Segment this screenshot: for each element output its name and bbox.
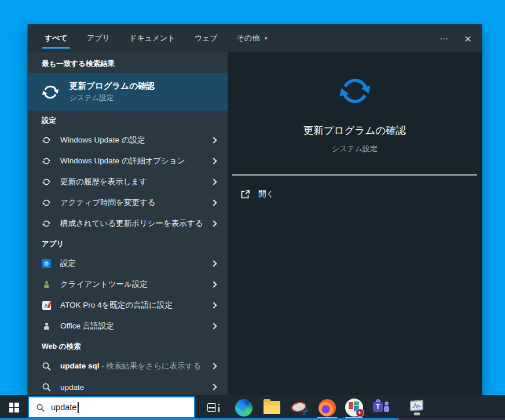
result-label: 設定 — [60, 258, 76, 269]
best-match-header: 最も一致する検索結果 — [28, 52, 228, 73]
result-label: 構成されている更新ポリシーを表示する — [60, 218, 203, 229]
preview-title: 更新プログラムの確認 — [303, 123, 406, 137]
result-windows-update-advanced[interactable]: Windows Update の詳細オプション — [28, 151, 228, 171]
tab-more[interactable]: その他 ▼ — [236, 24, 270, 52]
tab-documents[interactable]: ドキュメント — [128, 24, 177, 52]
firefox-taskbar-button[interactable] — [313, 395, 341, 420]
chevron-right-icon[interactable] — [210, 260, 217, 266]
section-header-settings: 設定 — [28, 111, 228, 130]
teams-icon: T — [372, 400, 389, 416]
text-cursor — [78, 402, 79, 413]
result-label: ATOK Pro 4を既定の言語に設定 — [60, 300, 173, 311]
chevron-right-icon[interactable] — [210, 281, 217, 287]
start-button[interactable] — [0, 395, 28, 420]
more-options-button[interactable]: ⋯ — [440, 34, 449, 43]
performance-monitor-icon — [408, 400, 425, 415]
search-results-window: すべて アプリ ドキュメント ウェブ その他 ▼ ⋯ × — [28, 24, 482, 395]
taskbar-icons: ✂ + T — [195, 395, 430, 420]
result-label: update — [60, 383, 84, 392]
snipping-tool-icon: ✂ — [291, 400, 308, 415]
open-action[interactable]: 開く — [240, 185, 482, 203]
badged-app-taskbar-button[interactable]: + — [341, 395, 367, 420]
result-label: クライアントツール設定 — [60, 279, 148, 290]
sync-icon — [42, 198, 51, 207]
preview-separator — [232, 174, 477, 176]
search-panels: 最も一致する検索結果 更新プログラムの確認 システム設定 設定 Windows … — [28, 52, 482, 395]
result-label: Windows Update の設定 — [60, 135, 145, 145]
chevron-down-icon: ▼ — [264, 36, 268, 41]
search-icon — [42, 361, 51, 371]
teams-taskbar-button[interactable]: T — [367, 395, 394, 420]
result-label: Windows Update の詳細オプション — [60, 156, 185, 166]
atok-icon: あ — [42, 301, 51, 310]
snipping-tool-taskbar-button[interactable]: ✂ — [286, 395, 313, 420]
edge-taskbar-button[interactable] — [230, 395, 258, 420]
result-web-update-sql[interactable]: update sql - 検索結果をさらに表示する — [28, 356, 228, 377]
best-match-subtitle: システム設定 — [69, 93, 155, 103]
result-app-client-tools[interactable]: クライアントツール設定 — [28, 274, 228, 295]
office-icon — [42, 322, 51, 331]
result-app-atok[interactable]: あ ATOK Pro 4を既定の言語に設定 — [28, 295, 228, 316]
tab-list: すべて アプリ ドキュメント ウェブ その他 ▼ — [43, 24, 269, 52]
chevron-right-icon[interactable] — [210, 178, 217, 185]
header-actions: ⋯ × — [440, 32, 471, 45]
best-match-text: 更新プログラムの確認 システム設定 — [69, 81, 155, 103]
file-explorer-taskbar-button[interactable] — [258, 395, 286, 420]
section-header-web: Web の検索 — [28, 337, 228, 356]
tab-documents-label: ドキュメント — [129, 33, 175, 43]
tab-web[interactable]: ウェブ — [193, 24, 219, 52]
chevron-right-icon[interactable] — [210, 137, 217, 143]
result-active-hours[interactable]: アクティブ時間を変更する — [28, 192, 228, 213]
running-indicator — [317, 417, 337, 419]
sync-icon — [336, 72, 374, 109]
client-tools-icon — [42, 280, 51, 289]
chevron-right-icon[interactable] — [210, 384, 217, 390]
result-windows-update-settings[interactable]: Windows Update の設定 — [28, 130, 228, 151]
result-label: 更新の履歴を表示します — [60, 177, 147, 187]
settings-gear-icon: ⚙ — [42, 259, 51, 268]
tab-all[interactable]: すべて — [43, 24, 69, 52]
best-match-title: 更新プログラムの確認 — [69, 81, 155, 92]
taskbar-search-input[interactable]: update — [28, 396, 195, 418]
windows-logo — [9, 403, 19, 412]
chevron-right-icon[interactable] — [210, 199, 217, 206]
result-web-update[interactable]: update — [28, 377, 228, 395]
preview-subtitle: システム設定 — [332, 144, 378, 154]
preview-panel: 更新プログラムの確認 システム設定 開く — [228, 52, 482, 395]
result-update-policies[interactable]: 構成されている更新ポリシーを表示する — [28, 213, 228, 234]
result-label: Office 言語設定 — [60, 321, 114, 331]
chevron-right-icon[interactable] — [210, 220, 217, 227]
tab-apps[interactable]: アプリ — [86, 24, 111, 52]
tab-all-label: すべて — [45, 33, 68, 43]
sync-icon — [42, 177, 51, 187]
result-label: アクティブ時間を変更する — [60, 198, 156, 208]
tab-more-label: その他 — [237, 33, 260, 43]
chevron-right-icon[interactable] — [210, 363, 217, 369]
result-update-history[interactable]: 更新の履歴を表示します — [28, 171, 228, 192]
search-query-text: update — [51, 403, 76, 412]
chevron-right-icon[interactable] — [210, 158, 217, 164]
performance-monitor-taskbar-button[interactable] — [402, 395, 430, 420]
result-app-office-language[interactable]: Office 言語設定 — [28, 316, 228, 337]
edge-icon — [235, 399, 253, 417]
app-plus-badge-icon: + — [345, 399, 363, 417]
task-view-button[interactable] — [200, 395, 228, 420]
result-label: update sql - 検索結果をさらに表示する — [60, 361, 201, 371]
tab-apps-label: アプリ — [87, 33, 110, 43]
search-filter-tabs-bar: すべて アプリ ドキュメント ウェブ その他 ▼ ⋯ × — [28, 24, 482, 52]
results-list-panel: 最も一致する検索結果 更新プログラムの確認 システム設定 設定 Windows … — [28, 52, 228, 395]
close-button[interactable]: × — [464, 32, 471, 45]
result-app-settings[interactable]: ⚙ 設定 — [28, 253, 228, 274]
sync-icon — [42, 219, 51, 228]
chevron-right-icon[interactable] — [210, 323, 217, 329]
search-icon — [42, 382, 51, 392]
section-header-apps: アプリ — [28, 234, 228, 253]
sync-icon — [41, 82, 60, 102]
search-icon — [36, 403, 45, 412]
best-match-result[interactable]: 更新プログラムの確認 システム設定 — [28, 73, 228, 111]
tab-web-label: ウェブ — [195, 33, 218, 43]
file-explorer-icon — [264, 401, 280, 414]
task-view-icon — [207, 403, 220, 412]
chevron-right-icon[interactable] — [210, 302, 217, 308]
open-label: 開く — [258, 189, 274, 199]
